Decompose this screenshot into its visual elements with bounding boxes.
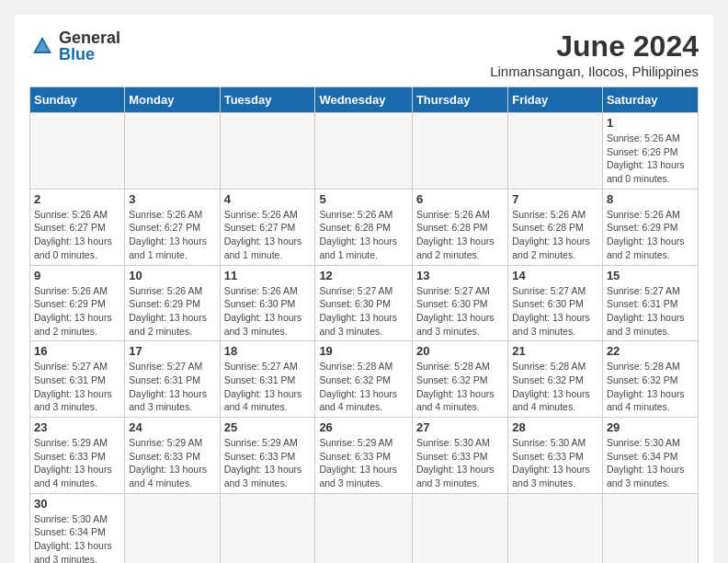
calendar-cell [220,113,315,190]
day-number: 11 [224,269,312,282]
calendar-cell: 21Sunrise: 5:28 AM Sunset: 6:32 PM Dayli… [508,341,603,418]
weekday-header-row: Sunday Monday Tuesday Wednesday Thursday… [30,87,699,113]
day-info: Sunrise: 5:29 AM Sunset: 6:33 PM Dayligh… [129,436,215,490]
day-number: 18 [224,344,312,358]
calendar-cell [315,493,413,563]
header-thursday: Thursday [412,87,507,113]
day-number: 9 [34,269,120,282]
day-number: 29 [607,420,694,434]
day-info: Sunrise: 5:26 AM Sunset: 6:26 PM Dayligh… [607,132,694,186]
day-number: 10 [129,269,215,282]
day-info: Sunrise: 5:28 AM Sunset: 6:32 PM Dayligh… [319,360,408,414]
calendar-cell: 12Sunrise: 5:27 AM Sunset: 6:30 PM Dayli… [315,265,413,341]
calendar-cell: 6Sunrise: 5:26 AM Sunset: 6:28 PM Daylig… [412,189,507,265]
calendar-cell: 8Sunrise: 5:26 AM Sunset: 6:29 PM Daylig… [602,189,698,265]
calendar-cell: 16Sunrise: 5:27 AM Sunset: 6:31 PM Dayli… [30,341,125,418]
calendar-cell: 23Sunrise: 5:29 AM Sunset: 6:33 PM Dayli… [30,418,125,494]
logo-icon [29,33,55,59]
month-year: June 2024 [490,29,699,63]
day-number: 15 [607,269,694,282]
day-number: 28 [512,420,598,434]
calendar-cell: 14Sunrise: 5:27 AM Sunset: 6:30 PM Dayli… [508,265,603,341]
day-number: 2 [34,192,120,206]
logo-blue: Blue [59,46,120,63]
header-monday: Monday [125,87,220,113]
day-info: Sunrise: 5:26 AM Sunset: 6:28 PM Dayligh… [416,208,504,262]
day-info: Sunrise: 5:28 AM Sunset: 6:32 PM Dayligh… [416,360,504,414]
day-info: Sunrise: 5:26 AM Sunset: 6:29 PM Dayligh… [607,208,694,262]
calendar-cell: 1Sunrise: 5:26 AM Sunset: 6:26 PM Daylig… [602,113,698,190]
calendar-cell: 3Sunrise: 5:26 AM Sunset: 6:27 PM Daylig… [125,189,220,265]
day-number: 25 [224,420,312,434]
day-number: 4 [224,192,312,206]
calendar-cell: 15Sunrise: 5:27 AM Sunset: 6:31 PM Dayli… [602,265,698,341]
day-info: Sunrise: 5:27 AM Sunset: 6:31 PM Dayligh… [607,284,694,339]
day-number: 30 [34,497,120,511]
calendar-table: Sunday Monday Tuesday Wednesday Thursday… [29,86,699,563]
calendar-cell: 29Sunrise: 5:30 AM Sunset: 6:34 PM Dayli… [602,418,698,494]
day-number: 22 [607,344,694,358]
calendar-cell: 18Sunrise: 5:27 AM Sunset: 6:31 PM Dayli… [220,341,315,418]
day-info: Sunrise: 5:27 AM Sunset: 6:30 PM Dayligh… [512,284,598,339]
calendar-cell: 10Sunrise: 5:26 AM Sunset: 6:29 PM Dayli… [125,265,220,341]
header-saturday: Saturday [602,87,698,113]
calendar-cell: 7Sunrise: 5:26 AM Sunset: 6:28 PM Daylig… [508,189,603,265]
header-friday: Friday [508,87,603,113]
day-info: Sunrise: 5:26 AM Sunset: 6:27 PM Dayligh… [224,208,312,262]
day-number: 5 [319,192,408,206]
day-info: Sunrise: 5:29 AM Sunset: 6:33 PM Dayligh… [319,436,408,490]
day-info: Sunrise: 5:26 AM Sunset: 6:28 PM Dayligh… [319,208,408,262]
calendar-cell: 22Sunrise: 5:28 AM Sunset: 6:32 PM Dayli… [602,341,698,418]
calendar-cell: 26Sunrise: 5:29 AM Sunset: 6:33 PM Dayli… [315,418,413,494]
header-wednesday: Wednesday [315,87,413,113]
calendar-page: General Blue June 2024 Linmansangan, Ilo… [15,15,713,563]
day-number: 1 [607,116,694,130]
logo-text: General Blue [59,29,120,63]
calendar-cell: 27Sunrise: 5:30 AM Sunset: 6:33 PM Dayli… [412,418,507,494]
calendar-cell: 5Sunrise: 5:26 AM Sunset: 6:28 PM Daylig… [315,189,413,265]
calendar-cell: 24Sunrise: 5:29 AM Sunset: 6:33 PM Dayli… [125,418,220,494]
day-number: 16 [34,344,120,358]
day-info: Sunrise: 5:27 AM Sunset: 6:31 PM Dayligh… [34,360,120,414]
calendar-cell [315,113,413,190]
calendar-cell: 13Sunrise: 5:27 AM Sunset: 6:30 PM Dayli… [412,265,507,341]
day-number: 12 [319,269,408,282]
day-info: Sunrise: 5:26 AM Sunset: 6:27 PM Dayligh… [129,208,215,262]
location: Linmansangan, Ilocos, Philippines [490,63,699,79]
calendar-cell: 19Sunrise: 5:28 AM Sunset: 6:32 PM Dayli… [315,341,413,418]
day-info: Sunrise: 5:28 AM Sunset: 6:32 PM Dayligh… [512,360,598,414]
calendar-cell: 25Sunrise: 5:29 AM Sunset: 6:33 PM Dayli… [220,418,315,494]
day-info: Sunrise: 5:27 AM Sunset: 6:30 PM Dayligh… [319,284,408,339]
day-info: Sunrise: 5:30 AM Sunset: 6:34 PM Dayligh… [607,436,694,490]
day-number: 21 [512,344,598,358]
calendar-cell: 11Sunrise: 5:26 AM Sunset: 6:30 PM Dayli… [220,265,315,341]
calendar-cell [125,493,220,563]
calendar-cell [602,493,698,563]
calendar-cell: 2Sunrise: 5:26 AM Sunset: 6:27 PM Daylig… [30,189,125,265]
day-number: 7 [512,192,598,206]
calendar-cell: 4Sunrise: 5:26 AM Sunset: 6:27 PM Daylig… [220,189,315,265]
calendar-cell [508,113,603,190]
day-info: Sunrise: 5:29 AM Sunset: 6:33 PM Dayligh… [224,436,312,490]
day-info: Sunrise: 5:28 AM Sunset: 6:32 PM Dayligh… [607,360,694,414]
day-info: Sunrise: 5:30 AM Sunset: 6:33 PM Dayligh… [416,436,504,490]
calendar-cell [220,493,315,563]
title-block: June 2024 Linmansangan, Ilocos, Philippi… [490,29,699,79]
calendar-cell: 28Sunrise: 5:30 AM Sunset: 6:33 PM Dayli… [508,418,603,494]
day-info: Sunrise: 5:29 AM Sunset: 6:33 PM Dayligh… [34,436,120,490]
day-number: 13 [416,269,504,282]
day-info: Sunrise: 5:30 AM Sunset: 6:33 PM Dayligh… [512,436,598,490]
header-sunday: Sunday [30,87,125,113]
day-number: 17 [129,344,215,358]
day-info: Sunrise: 5:26 AM Sunset: 6:28 PM Dayligh… [512,208,598,262]
logo: General Blue [29,29,120,63]
day-info: Sunrise: 5:27 AM Sunset: 6:31 PM Dayligh… [224,360,312,414]
page-header: General Blue June 2024 Linmansangan, Ilo… [29,29,699,79]
calendar-cell: 9Sunrise: 5:26 AM Sunset: 6:29 PM Daylig… [30,265,125,341]
calendar-cell [30,113,125,190]
day-number: 26 [319,420,408,434]
day-info: Sunrise: 5:27 AM Sunset: 6:30 PM Dayligh… [416,284,504,339]
day-info: Sunrise: 5:26 AM Sunset: 6:29 PM Dayligh… [129,284,215,339]
calendar-cell [412,493,507,563]
calendar-cell [125,113,220,190]
